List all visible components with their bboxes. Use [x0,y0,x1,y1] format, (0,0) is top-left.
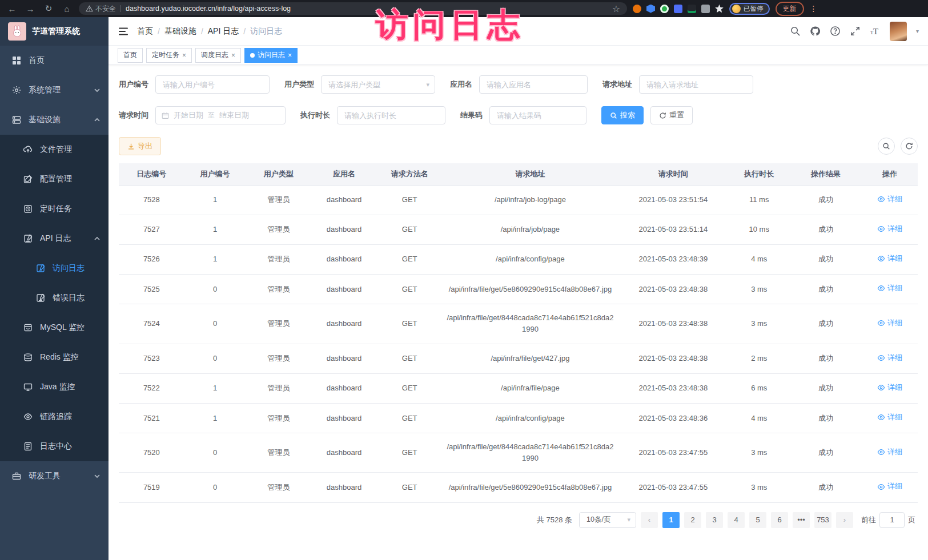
page-button-3[interactable]: 3 [706,512,723,528]
detail-button[interactable]: 详细 [877,253,902,264]
detail-button[interactable]: 详细 [877,412,902,423]
sidebar-item-infra[interactable]: 基础设施 [0,105,109,135]
cell-method: GET [377,344,443,373]
close-icon[interactable]: × [231,51,235,59]
sidebar-item-trace[interactable]: 链路追踪 [0,402,109,432]
hamburger-icon[interactable] [118,26,129,37]
sidebar-item-log-center[interactable]: 日志中心 [0,432,109,461]
cell-log-id: 7528 [119,185,184,215]
help-icon[interactable] [830,26,841,37]
tab-定时任务[interactable]: 定时任务× [146,48,192,63]
page-button-1[interactable]: 1 [662,512,680,528]
sidebar-item-dev-tools[interactable]: 研发工具 [0,461,109,491]
browser-menu-icon[interactable]: ⋮ [810,4,818,13]
sidebar-item-api-log[interactable]: API 日志 [0,224,109,253]
toggle-search-button[interactable] [878,138,895,155]
sidebar-item-redis[interactable]: Redis 监控 [0,343,109,372]
detail-button[interactable]: 详细 [877,194,902,205]
github-icon[interactable] [810,26,821,37]
cell-request-time: 2021-05-03 23:47:55 [618,473,728,502]
close-icon[interactable]: × [182,51,186,59]
detail-button[interactable]: 详细 [877,223,902,235]
page-button-753[interactable]: 753 [814,512,831,528]
browser-reload-button[interactable]: ↻ [42,3,55,14]
detail-button[interactable]: 详细 [877,446,902,458]
sidebar-item-mysql[interactable]: MySQL 监控 [0,313,109,343]
search-button[interactable]: 搜索 [601,106,644,124]
bookmark-star-icon[interactable]: ☆ [612,3,620,14]
user-type-select[interactable] [321,75,435,94]
close-icon[interactable]: × [288,51,292,59]
page-size-select[interactable]: ▾ [579,512,636,528]
sidebar-item-error-log[interactable]: 错误日志 [0,283,109,313]
browser-home-button[interactable]: ⌂ [61,4,73,14]
detail-button[interactable]: 详细 [877,382,902,393]
browser-back-button[interactable]: ← [6,4,18,14]
detail-button[interactable]: 详细 [877,352,902,364]
app-name-input[interactable] [479,75,588,94]
address-bar[interactable]: 不安全 dashboard.yudao.iocoder.cn/infra/log… [79,2,627,15]
detail-button[interactable]: 详细 [877,283,902,294]
breadcrumb-item[interactable]: API 日志 [208,26,239,37]
detail-button[interactable]: 详细 [877,481,902,492]
reset-button[interactable]: 重置 [650,106,693,124]
pin-extension-icon[interactable] [715,5,724,13]
sidebar-item-config[interactable]: 配置管理 [0,164,109,194]
divider [120,5,121,12]
page-button-2[interactable]: 2 [684,512,701,528]
browser-forward-button[interactable]: → [24,4,37,14]
sidebar-item-label: 基础设施 [29,115,61,125]
page-button-5[interactable]: 5 [749,512,766,528]
breadcrumb-item[interactable]: 基础设施 [164,26,196,37]
extension-icon[interactable] [646,5,655,13]
browser-update-button[interactable]: 更新 [776,2,804,16]
cell-user-id: 1 [184,373,246,403]
security-warning[interactable]: 不安全 [86,4,116,14]
chevron-down-icon: ▾ [627,516,630,523]
goto-page-input[interactable] [879,512,905,528]
breadcrumb-item[interactable]: 首页 [137,26,153,37]
more-pages-button[interactable]: ••• [793,512,810,528]
result-code-input[interactable] [489,106,586,124]
gear-icon [11,85,22,95]
prev-page-button[interactable]: ‹ [641,512,658,528]
request-url-input[interactable] [639,75,753,94]
refresh-table-button[interactable] [901,138,918,155]
user-id-input[interactable] [155,75,270,94]
sidebar-logo[interactable]: 芋道管理系统 [0,17,109,46]
font-size-icon[interactable]: TT [870,26,881,37]
extension-icon[interactable] [701,5,710,13]
request-time-range-picker[interactable]: 开始日期 至 结束日期 [155,106,286,124]
page-button-4[interactable]: 4 [728,512,745,528]
detail-button[interactable]: 详细 [877,317,902,329]
tab-调度日志[interactable]: 调度日志× [195,48,241,63]
tab-访问日志[interactable]: 访问日志× [244,48,298,63]
user-id-label: 用户编号 [119,79,148,90]
extension-icon[interactable] [660,5,669,13]
page-button-6[interactable]: 6 [771,512,788,528]
next-page-button[interactable]: › [836,512,853,528]
sidebar-item-home[interactable]: 首页 [0,46,109,75]
export-button[interactable]: 导出 [119,137,161,155]
duration-input[interactable] [337,106,445,124]
search-icon[interactable] [790,26,801,37]
breadcrumb-separator: / [158,27,160,36]
sidebar-item-access-log[interactable]: 访问日志 [0,253,109,283]
browser-profile-chip[interactable]: 已暂停 [729,3,770,15]
chevron-down-icon[interactable]: ▾ [916,28,919,34]
sidebar-item-label: 日志中心 [40,441,72,452]
tab-首页[interactable]: 首页 [118,48,143,63]
extension-icon[interactable] [633,5,641,13]
extension-icon[interactable] [674,5,682,13]
cell-request-time: 2021-05-03 23:48:39 [618,244,728,274]
sidebar-item-system[interactable]: 系统管理 [0,75,109,105]
cell-duration: 11 ms [728,185,790,215]
extension-icon[interactable] [688,5,696,13]
sidebar-item-file[interactable]: 文件管理 [0,135,109,164]
user-avatar[interactable] [890,22,907,41]
cell-app-name: dashboard [311,433,377,473]
fullscreen-icon[interactable] [850,26,861,37]
profile-avatar [732,5,741,13]
sidebar-item-java[interactable]: Java 监控 [0,372,109,402]
sidebar-item-job[interactable]: 定时任务 [0,194,109,224]
